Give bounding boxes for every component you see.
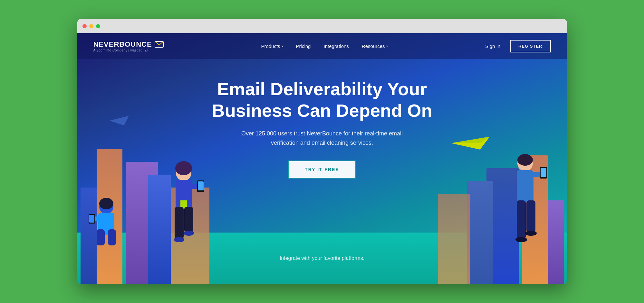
nav-link-resources[interactable]: Resources ▾: [362, 43, 388, 49]
svg-rect-14: [184, 207, 193, 233]
hero-title: Email Deliverability Your Business Can D…: [209, 78, 435, 121]
navbar: NEVERBOUNCE A ZoomInfo Company | Nasdaq:…: [77, 33, 567, 59]
nav-right: Sign In REGISTER: [485, 40, 551, 52]
nav-links: Products ▾ Pricing Integrations: [261, 43, 388, 49]
svg-point-2: [99, 198, 113, 209]
nav-link-pricing[interactable]: Pricing: [296, 43, 311, 49]
logo-area: NEVERBOUNCE A ZoomInfo Company | Nasdaq:…: [93, 40, 164, 52]
svg-point-16: [184, 231, 194, 236]
hero-section: Email Deliverability Your Business Can D…: [77, 59, 567, 191]
traffic-light-yellow[interactable]: [89, 24, 93, 28]
svg-point-27: [525, 231, 537, 236]
nav-link-products[interactable]: Products ▾: [261, 43, 283, 49]
svg-rect-25: [526, 200, 535, 233]
logo-envelope-icon: [155, 41, 164, 48]
logo: NEVERBOUNCE: [93, 40, 164, 49]
nav-item-resources[interactable]: Resources ▾: [362, 43, 388, 49]
traffic-light-red[interactable]: [82, 24, 87, 28]
browser-content: NEVERBOUNCE A ZoomInfo Company | Nasdaq:…: [77, 33, 567, 284]
nav-item-pricing[interactable]: Pricing: [296, 43, 311, 49]
person-sitting-left: [87, 188, 126, 252]
nav-link-integrations[interactable]: Integrations: [323, 43, 349, 49]
svg-rect-8: [89, 215, 94, 223]
sign-in-link[interactable]: Sign In: [485, 43, 500, 49]
chevron-down-icon: ▾: [386, 44, 388, 48]
traffic-light-green[interactable]: [96, 24, 100, 28]
browser-window: NEVERBOUNCE A ZoomInfo Company | Nasdaq:…: [77, 19, 567, 284]
bottom-bar-text: Integrate with your favorite platforms.: [280, 255, 364, 261]
svg-rect-24: [517, 200, 526, 239]
building-right-3: [467, 181, 493, 284]
chevron-down-icon: ▾: [282, 44, 283, 48]
logo-subtitle: A ZoomInfo Company | Nasdaq: ZI: [93, 49, 164, 52]
svg-rect-13: [175, 207, 184, 239]
browser-chrome: [77, 19, 567, 33]
svg-point-15: [174, 237, 184, 242]
building-right-5: [438, 194, 470, 284]
register-button[interactable]: REGISTER: [510, 40, 551, 52]
try-it-free-button[interactable]: TRY IT FREE: [288, 161, 356, 179]
hero-subtitle: Over 125,000 users trust NeverBounce for…: [238, 129, 406, 148]
svg-rect-4: [97, 229, 105, 245]
logo-name: NEVERBOUNCE: [93, 40, 152, 49]
svg-rect-5: [108, 229, 116, 245]
nav-item-products[interactable]: Products ▾: [261, 43, 283, 49]
svg-point-26: [515, 237, 527, 242]
nav-item-integrations[interactable]: Integrations: [323, 43, 349, 49]
